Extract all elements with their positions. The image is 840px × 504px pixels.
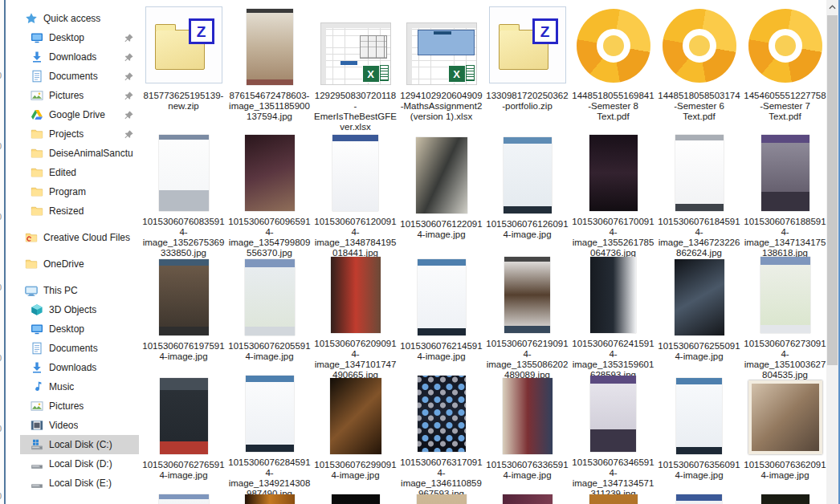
sidebar-item-local-disk-d[interactable]: Local Disk (D:) [20,454,139,474]
sidebar-item-label: Documents [49,343,98,354]
file-item[interactable]: 10153060763170914-image_1346110859967593… [398,376,484,494]
file-item[interactable] [656,494,742,504]
sidebar-item-label: Creative Cloud Files [43,232,130,243]
chrome-canary-icon [663,9,736,83]
photo-thumbnail [160,378,208,454]
vertical-scrollbar[interactable] [826,0,838,504]
file-name: 1330981720250362-portfolio.zip [486,91,569,112]
excel-highlighted-range [418,30,475,55]
file-item[interactable]: 1448518058503174-Semester 6 Text.pdf [656,6,742,135]
photo-thumbnail [589,494,638,504]
sidebar-item-resized[interactable]: Resized [20,201,139,221]
file-item[interactable]: 10153060763365914-image.jpg [484,376,570,494]
file-item[interactable]: X1294102920604909-MathsAssignment2 (vers… [398,6,484,135]
file-item[interactable] [742,494,826,504]
sidebar-item-pictures[interactable]: Pictures [20,396,139,416]
file-item[interactable]: 10153060762055914-image.jpg [226,257,312,376]
file-item[interactable]: 10153060763560914-image.jpg [656,376,742,494]
file-item[interactable]: 10153060761845914-image_1346723226862624… [656,135,742,257]
file-name: 10153060762090914-image_1347101747490665… [314,339,398,380]
sidebar-item-desktop[interactable]: Desktop [20,28,139,47]
photo-thumbnail [246,376,294,452]
file-item[interactable]: 10153060762145914-image.jpg [398,257,484,376]
photo-thumbnail [247,9,293,85]
sidebar-item-3d-objects[interactable]: 3D Objects [20,300,139,319]
sidebar-item-downloads[interactable]: Downloads [20,358,139,377]
file-item[interactable]: 10153060761700914-image_1355261785064736… [570,135,656,257]
sidebar-item-label: Videos [49,420,78,431]
sidebar-item-onedrive[interactable]: OneDrive [20,254,139,274]
file-item[interactable] [398,494,484,504]
file-item[interactable]: 10153060761975914-image.jpg [141,257,226,376]
file-item[interactable] [484,494,570,504]
disk-windows-icon [31,438,43,451]
file-item[interactable]: 10153060763620914-image.jpg [742,376,826,494]
thumbnail-top-bar [676,378,722,384]
file-item[interactable]: 10153060761885914-image_1347134175138618… [742,135,826,257]
file-item[interactable]: 10153060762190914-image_1355086202489089… [484,257,570,376]
thumbnail-bottom-bar [418,328,466,335]
sidebar-item-this-pc[interactable]: This PC [20,281,139,300]
file-item[interactable]: 1454605551227758-Semester 7 Text.pdf [742,6,826,135]
file-item[interactable]: 1448518055169841-Semester 8 Text.pdf [570,6,656,135]
sidebar-item-creative-cloud-files[interactable]: Creative Cloud Files [20,228,139,247]
sidebar-item-local-disk-e[interactable]: Local Disk (E:) [20,474,139,493]
file-item[interactable]: 10153060761200914-image_1348784195018441… [312,135,398,257]
file-item[interactable] [570,494,656,504]
file-item[interactable]: 10153060762090914-image_1347101747490665… [312,257,398,376]
file-item[interactable]: 10153060762990914-image.jpg [312,376,398,494]
file-name: 10153060762190914-image_1355086202489089… [486,339,569,380]
file-item[interactable]: 876154672478603-image_1351185900137594.j… [226,6,312,135]
file-item[interactable]: 10153060762550914-image.jpg [656,257,742,376]
sidebar-item-documents[interactable]: Documents [20,67,139,86]
file-item[interactable]: X1292950830720118-EmerIsTheBestGFEver.xl… [312,6,398,135]
sidebar-item-local-disk-c[interactable]: Local Disk (C:) [20,435,139,454]
thumbnail-top-bar [504,257,550,262]
sidebar-item-google-drive[interactable]: Google Drive [20,105,139,124]
thumbnail-top-bar [675,135,724,140]
file-icon-area [589,135,638,211]
file-item[interactable]: 10153060761220914-image.jpg [398,135,484,257]
canary-center-ring [683,29,716,63]
file-icon-area [332,494,380,504]
sidebar-item-deiseanimalsanctu[interactable]: DeiseAnimalSanctu [20,144,139,163]
file-item[interactable] [141,494,226,504]
sidebar-item-quick-access[interactable]: Quick access [20,9,139,28]
sidebar-item-label: Google Drive [49,109,105,120]
sidebar-item-projects[interactable]: Projects [20,124,139,144]
sidebar-item-program[interactable]: Program [20,182,139,201]
file-item[interactable]: 10153060762845914-image_1349214308987490… [226,376,312,494]
sidebar-item-pictures[interactable]: Pictures [20,86,139,105]
pictures-icon [31,89,43,102]
file-item[interactable]: Z815773625195139-new.zip [141,6,226,135]
sidebar-item-edited[interactable]: Edited [20,163,139,182]
sidebar-item-videos[interactable]: Videos [20,416,139,435]
thumbnail-bottom-bar [504,206,552,213]
file-item[interactable] [312,494,398,504]
sidebar-item-documents[interactable]: Documents [20,339,139,358]
file-item[interactable]: 10153060763465914-image_1347134571311239… [570,376,656,494]
file-item[interactable]: 10153060760965914-image_1354799809556370… [226,135,312,257]
document-icon [31,342,43,355]
file-item[interactable] [226,494,312,504]
scrollbar-thumb[interactable] [827,15,838,365]
scrollbar-up-button[interactable] [826,0,838,14]
excel-sheet-glyph [466,65,475,81]
photo-thumbnail [590,376,636,452]
sidebar-item-music[interactable]: Music [20,377,139,396]
download-icon [31,361,43,374]
file-item[interactable]: 10153060762730914-image_1351003627804535… [742,257,826,376]
folder-icon [31,128,43,140]
file-item[interactable]: 10153060760835914-image_1352675369333850… [141,135,226,257]
sidebar-item-desktop[interactable]: Desktop [20,319,139,339]
folder-icon [31,185,43,198]
thumbnail-bottom-bar [676,447,722,454]
file-name: 10153060761845914-image_1346723226862624… [658,217,741,258]
file-item[interactable]: 10153060762765914-image.jpg [141,376,226,494]
file-item[interactable]: 10153060762415914-image_1353159601628593… [570,257,656,376]
file-item[interactable]: 10153060761260914-image.jpg [484,135,570,257]
file-item[interactable]: Z1330981720250362-portfolio.zip [484,6,570,135]
file-icon-area [247,6,293,85]
sidebar-item-downloads[interactable]: Downloads [20,47,139,67]
photo-thumbnail [761,135,809,211]
